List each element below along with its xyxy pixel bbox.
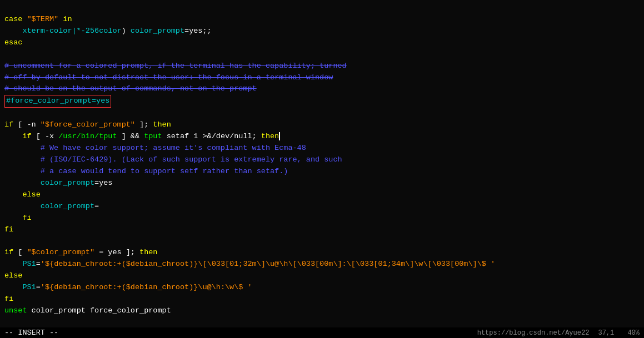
line-25: fi — [4, 295, 13, 303]
line-2: xterm-color|*-256color) color_prompt=yes… — [4, 27, 212, 35]
line-7: # should be on the output of commands, n… — [4, 84, 257, 93]
line-8: #force_color_prompt=yes — [4, 97, 111, 105]
line-15: color_prompt=yes — [4, 179, 112, 187]
watermark-url: https://blog.csdn.net/Ayue22 — [477, 329, 590, 337]
line-11: if [ -x /usr/bin/tput ] && tput setaf 1 … — [4, 132, 280, 140]
line-24: PS1='${debian_chroot:+($debian_chroot)}\… — [4, 283, 252, 291]
line-21: if [ "$color_prompt" = yes ]; then — [4, 248, 157, 256]
status-bar: -- INSERT -- https://blog.csdn.net/Ayue2… — [0, 327, 644, 338]
line-23: else — [4, 271, 22, 280]
line-19: fi — [4, 225, 13, 234]
line-6: # off by default to not distract the use… — [4, 73, 333, 82]
line-1: case "$TERM" in — [4, 15, 72, 23]
line-5: # uncomment for a colored prompt, if the… — [4, 62, 347, 70]
line-18: fi — [4, 214, 32, 222]
code-editor: case "$TERM" in xterm-color|*-256color) … — [0, 0, 644, 338]
code-content: case "$TERM" in xterm-color|*-256color) … — [0, 0, 644, 338]
line-16: else — [4, 190, 41, 199]
percent-info: 40% — [627, 329, 640, 337]
line-3: esac — [4, 38, 22, 47]
line-17: color_prompt= — [4, 202, 99, 210]
line-22: PS1='${debian_chroot:+($debian_chroot)}\… — [4, 260, 495, 268]
line-14: # a case would tend to support setf rath… — [4, 167, 288, 175]
line-12: # We have color support; assume it's com… — [4, 144, 306, 152]
insert-mode-label: -- INSERT -- — [4, 329, 58, 337]
line-26: unset color_prompt force_color_prompt — [4, 306, 171, 315]
watermark: https://blog.csdn.net/Ayue22 37,1 40% — [477, 329, 640, 337]
line-13: # (ISO/IEC-6429). (Lack of such support … — [4, 155, 342, 164]
line-10: if [ -n "$force_color_prompt" ]; then — [4, 120, 171, 129]
position-info: 37,1 — [598, 329, 614, 337]
